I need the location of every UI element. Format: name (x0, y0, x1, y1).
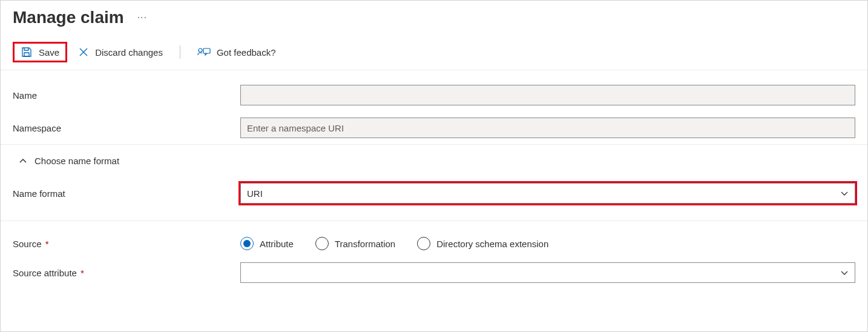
radio-icon (417, 237, 430, 250)
chevron-up-icon (19, 157, 27, 165)
required-indicator: * (43, 239, 49, 249)
source-option-attribute-label: Attribute (260, 239, 294, 249)
page-title: Manage claim (13, 8, 124, 27)
feedback-icon (197, 46, 211, 58)
discard-button-label: Discard changes (95, 47, 163, 58)
save-icon (21, 46, 33, 58)
radio-icon (240, 237, 254, 250)
source-radio-group: Attribute Transformation Directory schem… (240, 237, 548, 250)
source-option-transformation-label: Transformation (335, 239, 395, 249)
choose-name-format-label: Choose name format (35, 156, 119, 166)
source-option-directory-schema-label: Directory schema extension (436, 239, 548, 249)
toolbar-divider (180, 45, 180, 59)
toolbar: Save Discard changes Got feedback? (1, 42, 867, 70)
discard-button[interactable]: Discard changes (72, 43, 169, 61)
namespace-label: Namespace (13, 123, 240, 133)
namespace-input[interactable] (240, 118, 855, 138)
source-label: Source * (13, 239, 240, 249)
source-attribute-label: Source attribute * (13, 268, 240, 278)
name-format-label: Name format (13, 188, 240, 199)
more-actions-button[interactable]: ··· (137, 12, 147, 23)
chevron-down-icon (840, 189, 849, 198)
source-option-transformation[interactable]: Transformation (315, 237, 395, 250)
source-option-attribute[interactable]: Attribute (240, 237, 294, 250)
required-indicator: * (78, 268, 84, 278)
save-button[interactable]: Save (13, 42, 67, 62)
choose-name-format-toggle[interactable]: Choose name format (1, 145, 867, 177)
name-label: Name (13, 90, 240, 101)
source-attribute-dropdown[interactable] (240, 262, 855, 283)
feedback-button[interactable]: Got feedback? (191, 42, 282, 62)
name-format-value: URI (247, 188, 263, 199)
close-icon (78, 47, 89, 58)
svg-rect-1 (203, 48, 210, 53)
save-button-label: Save (39, 47, 59, 58)
source-option-directory-schema[interactable]: Directory schema extension (417, 237, 548, 250)
feedback-button-label: Got feedback? (217, 47, 276, 58)
name-format-dropdown[interactable]: URI (240, 183, 855, 204)
chevron-down-icon (840, 268, 849, 277)
svg-point-0 (199, 48, 202, 52)
name-input[interactable] (240, 85, 855, 105)
radio-icon (315, 237, 329, 250)
